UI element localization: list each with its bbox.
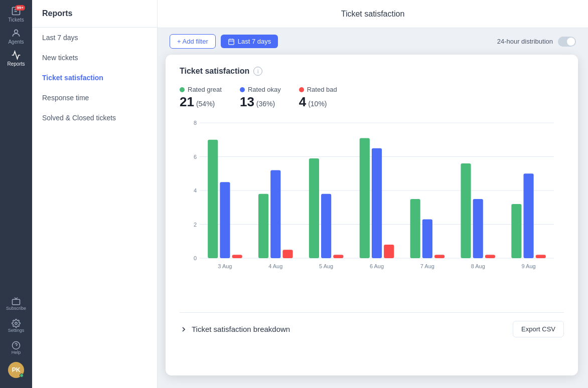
svg-rect-34 (360, 138, 370, 258)
svg-rect-42 (461, 163, 471, 258)
svg-text:6: 6 (194, 154, 197, 160)
svg-text:2: 2 (194, 222, 197, 228)
great-dot (180, 87, 185, 92)
bar-chart: 864203 Aug4 Aug5 Aug6 Aug7 Aug8 Aug9 Aug (180, 118, 564, 278)
tickets-badge: 99+ (15, 5, 25, 11)
sidebar-item-new-tickets[interactable]: New tickets (32, 48, 157, 68)
svg-point-5 (15, 322, 18, 325)
sidebar-item-response-time[interactable]: Response time (32, 88, 157, 108)
subscribe-label: Subscribe (6, 306, 26, 311)
main-content: Ticket satisfaction + Add filter Last 7 … (158, 0, 588, 388)
svg-rect-40 (434, 255, 445, 258)
legend-great-label: Rated great (180, 86, 222, 93)
svg-rect-48 (536, 255, 546, 258)
distribution-label: 24-hour distribution (497, 38, 553, 45)
svg-rect-32 (333, 255, 343, 258)
agents-icon[interactable]: Agents (6, 26, 26, 46)
svg-rect-27 (270, 170, 280, 259)
okay-dot (240, 87, 245, 92)
svg-rect-23 (220, 182, 230, 258)
help-label: Help (12, 350, 21, 355)
last7days-button[interactable]: Last 7 days (221, 35, 278, 48)
legend-row: Rated great 21 (54%) Rated okay 13 (36%) (180, 86, 564, 110)
reports-icon[interactable]: Reports (6, 48, 26, 68)
legend-bad: Rated bad 4 (10%) (299, 86, 337, 110)
svg-text:6 Aug: 6 Aug (370, 263, 384, 269)
subscribe-icon[interactable]: Subscribe (6, 294, 26, 314)
settings-icon[interactable]: Settings (6, 316, 26, 336)
main-header: Ticket satisfaction (158, 0, 588, 28)
svg-text:5 Aug: 5 Aug (319, 263, 333, 269)
nav-sidebar-header: Reports (32, 0, 157, 28)
svg-text:0: 0 (194, 255, 197, 261)
card-title-row: Ticket satisfaction i (180, 67, 564, 76)
svg-text:4: 4 (194, 187, 197, 193)
svg-rect-31 (321, 194, 331, 258)
svg-rect-28 (282, 250, 292, 258)
avatar-status-dot (20, 373, 24, 377)
legend-bad-label: Rated bad (299, 86, 337, 93)
svg-rect-22 (208, 140, 218, 258)
calendar-icon (228, 38, 235, 45)
svg-text:8 Aug: 8 Aug (471, 263, 485, 269)
chart-container: 864203 Aug4 Aug5 Aug6 Aug7 Aug8 Aug9 Aug (180, 118, 564, 308)
svg-rect-44 (485, 255, 495, 258)
svg-text:7 Aug: 7 Aug (420, 263, 434, 269)
svg-text:9 Aug: 9 Aug (522, 263, 536, 269)
export-csv-button[interactable]: Export CSV (513, 321, 564, 337)
add-filter-label: + Add filter (177, 38, 208, 45)
svg-rect-43 (473, 199, 483, 258)
breakdown-label: Ticket satisfaction breakdown (192, 325, 290, 333)
legend-okay-value: 13 (36%) (240, 94, 281, 110)
legend-great: Rated great 21 (54%) (180, 86, 222, 110)
chevron-right-icon (180, 325, 188, 333)
sidebar-item-solved-closed[interactable]: Solved & Closed tickets (32, 108, 157, 128)
svg-rect-47 (523, 173, 533, 258)
bad-dot (299, 87, 304, 92)
legend-bad-value: 4 (10%) (299, 94, 337, 110)
breakdown-button[interactable]: Ticket satisfaction breakdown (180, 325, 290, 333)
tickets-icon[interactable]: 99+ Tickets (6, 4, 26, 24)
card-title: Ticket satisfaction (180, 67, 249, 76)
svg-rect-38 (410, 199, 420, 258)
svg-rect-4 (13, 299, 20, 305)
sidebar-item-last7days[interactable]: Last 7 days (32, 28, 157, 48)
info-icon[interactable]: i (253, 67, 262, 76)
settings-label: Settings (8, 328, 25, 333)
svg-rect-30 (309, 158, 319, 258)
nav-sidebar: Reports Last 7 days New tickets Ticket s… (32, 0, 158, 388)
last7days-label: Last 7 days (238, 38, 271, 45)
legend-okay-label: Rated okay (240, 86, 281, 93)
avatar-initials: PK (12, 366, 21, 373)
svg-rect-26 (258, 194, 268, 258)
card-bottom: Ticket satisfaction breakdown Export CSV (180, 312, 564, 337)
svg-text:3 Aug: 3 Aug (218, 263, 232, 269)
legend-great-value: 21 (54%) (180, 94, 222, 110)
svg-rect-46 (511, 204, 521, 258)
icon-sidebar: 99+ Tickets Agents Reports Subscribe (0, 0, 32, 388)
svg-rect-39 (422, 219, 432, 258)
help-icon[interactable]: Help (6, 338, 26, 358)
filter-bar: + Add filter Last 7 days 24-hour distrib… (158, 28, 588, 55)
avatar[interactable]: PK (6, 360, 26, 380)
sidebar-item-ticket-satisfaction[interactable]: Ticket satisfaction (32, 68, 157, 88)
tickets-label: Tickets (8, 17, 24, 23)
reports-label: Reports (7, 61, 25, 67)
svg-rect-35 (372, 148, 382, 258)
svg-rect-8 (229, 39, 234, 45)
page-title: Ticket satisfaction (170, 10, 576, 19)
agents-label: Agents (8, 39, 24, 45)
svg-rect-24 (232, 255, 242, 258)
svg-text:8: 8 (194, 120, 197, 126)
svg-point-3 (15, 30, 18, 33)
svg-text:4 Aug: 4 Aug (268, 263, 282, 269)
distribution-toggle[interactable] (558, 37, 576, 47)
satisfaction-card: Ticket satisfaction i Rated great 21 (54… (166, 55, 578, 375)
bottom-icons: Subscribe Settings Help PK (6, 294, 26, 384)
legend-okay: Rated okay 13 (36%) (240, 86, 281, 110)
add-filter-button[interactable]: + Add filter (170, 34, 216, 49)
svg-rect-36 (384, 245, 394, 258)
